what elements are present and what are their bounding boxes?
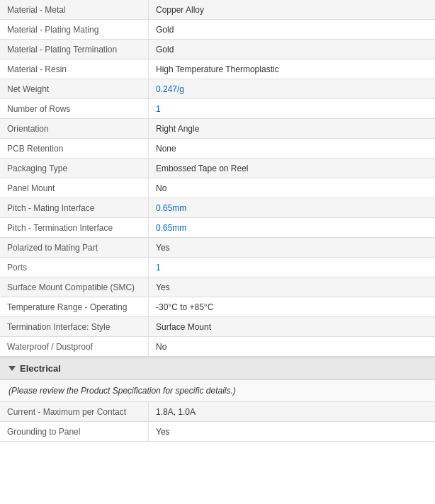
spec-value: 1.8A, 1.0A	[149, 402, 435, 421]
spec-value: Yes	[149, 277, 435, 297]
table-row: Surface Mount Compatible (SMC)Yes	[0, 277, 435, 297]
table-row: Pitch - Mating Interface0.65mm	[0, 198, 435, 218]
spec-note: (Please review the Product Specification…	[0, 380, 435, 402]
spec-value: Right Angle	[149, 119, 435, 138]
spec-value: Embossed Tape on Reel	[149, 159, 435, 178]
table-row: Material - MetalCopper Alloy	[0, 0, 435, 20]
table-row: Net Weight0.247/g	[0, 79, 435, 99]
spec-table: Material - MetalCopper AlloyMaterial - P…	[0, 0, 435, 442]
spec-label: Current - Maximum per Contact	[0, 402, 149, 421]
spec-label: Orientation	[0, 119, 149, 138]
spec-label: Material - Metal	[0, 0, 149, 19]
spec-label: Net Weight	[0, 79, 149, 98]
spec-value: Yes	[149, 238, 435, 257]
electrical-section-header: Electrical	[0, 357, 435, 380]
spec-label: Ports	[0, 258, 149, 277]
spec-value: Copper Alloy	[149, 0, 435, 19]
table-row: Number of Rows1	[0, 99, 435, 119]
spec-value: None	[149, 139, 435, 158]
table-row: Material - Plating TerminationGold	[0, 40, 435, 59]
spec-label: PCB Retention	[0, 139, 149, 158]
spec-label: Surface Mount Compatible (SMC)	[0, 277, 149, 297]
electrical-spec-rows: Current - Maximum per Contact1.8A, 1.0AG…	[0, 402, 435, 442]
spec-label: Pitch - Termination Interface	[0, 218, 149, 237]
table-row: Termination Interface: StyleSurface Moun…	[0, 317, 435, 337]
spec-label: Temperature Range - Operating	[0, 297, 149, 316]
spec-label: Packaging Type	[0, 159, 149, 178]
collapse-triangle-icon	[9, 366, 16, 371]
table-row: Material - Plating MatingGold	[0, 20, 435, 40]
spec-label: Pitch - Mating Interface	[0, 198, 149, 217]
spec-label: Termination Interface: Style	[0, 317, 149, 336]
spec-value[interactable]: 0.65mm	[149, 198, 435, 217]
table-row: Material - ResinHigh Temperature Thermop…	[0, 59, 435, 79]
spec-label: Material - Plating Termination	[0, 40, 149, 59]
spec-value: No	[149, 178, 435, 197]
spec-label: Number of Rows	[0, 99, 149, 118]
spec-label: Polarized to Mating Part	[0, 238, 149, 257]
table-row: OrientationRight Angle	[0, 119, 435, 139]
table-row: Pitch - Termination Interface0.65mm	[0, 218, 435, 238]
spec-label: Material - Plating Mating	[0, 20, 149, 39]
table-row: Polarized to Mating PartYes	[0, 238, 435, 258]
table-row: Ports1	[0, 258, 435, 277]
spec-value[interactable]: 1	[149, 99, 435, 118]
spec-value[interactable]: 1	[149, 258, 435, 277]
electrical-section-label: Electrical	[20, 363, 61, 374]
spec-value[interactable]: 0.247/g	[149, 79, 435, 98]
table-row: Waterproof / DustproofNo	[0, 337, 435, 357]
spec-value: Surface Mount	[149, 317, 435, 336]
main-spec-rows: Material - MetalCopper AlloyMaterial - P…	[0, 0, 435, 357]
table-row: Grounding to PanelYes	[0, 422, 435, 442]
spec-label: Material - Resin	[0, 59, 149, 79]
spec-value: Yes	[149, 422, 435, 441]
spec-value: High Temperature Thermoplastic	[149, 59, 435, 79]
spec-label: Grounding to Panel	[0, 422, 149, 441]
table-row: Current - Maximum per Contact1.8A, 1.0A	[0, 402, 435, 422]
table-row: Temperature Range - Operating-30°C to +8…	[0, 297, 435, 317]
spec-label: Waterproof / Dustproof	[0, 337, 149, 356]
spec-value: -30°C to +85°C	[149, 297, 435, 316]
table-row: Packaging TypeEmbossed Tape on Reel	[0, 159, 435, 178]
spec-value[interactable]: 0.65mm	[149, 218, 435, 237]
spec-label: Panel Mount	[0, 178, 149, 197]
table-row: PCB RetentionNone	[0, 139, 435, 159]
spec-value: Gold	[149, 40, 435, 59]
spec-value: No	[149, 337, 435, 356]
spec-value: Gold	[149, 20, 435, 39]
table-row: Panel MountNo	[0, 178, 435, 198]
